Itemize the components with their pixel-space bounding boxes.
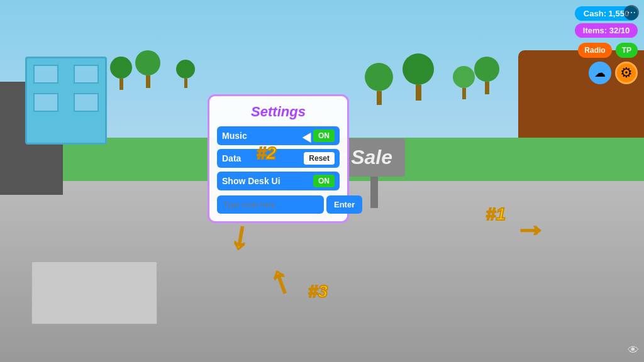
tp-button[interactable]: TP [616, 43, 638, 58]
step-2-label: #2 [257, 143, 276, 163]
radio-button[interactable]: Radio [578, 43, 611, 58]
arrow-right-gear: → [515, 211, 547, 247]
eye-icon: 👁 [628, 344, 639, 357]
desk-ui-toggle[interactable]: ON [313, 175, 335, 187]
code-input[interactable] [217, 195, 324, 214]
settings-row-data: Data Reset [217, 149, 340, 168]
tree-7 [474, 57, 499, 94]
enter-button[interactable]: Enter [326, 195, 362, 214]
tree-1 [110, 57, 132, 90]
tree-4 [365, 63, 393, 105]
code-row: Enter [217, 195, 340, 214]
data-reset-button[interactable]: Reset [304, 152, 335, 165]
settings-row-deskui: Show Desk Ui ON [217, 172, 340, 190]
settings-title: Settings [217, 104, 340, 120]
data-label: Data [222, 153, 241, 163]
hud-buttons: Radio TP [578, 43, 638, 58]
more-options-button[interactable]: ⋯ [624, 5, 639, 20]
tree-6 [453, 66, 475, 99]
step-3-label: #3 [308, 282, 328, 302]
cloud-button[interactable]: ☁ [589, 62, 611, 84]
gear-icon: ⚙ [620, 65, 633, 81]
tree-2 [135, 50, 160, 88]
tree-3 [176, 60, 195, 88]
blue-building [25, 57, 107, 145]
settings-panel: Settings Music ON Data Reset Show Desk U… [208, 94, 349, 223]
hud-bottom-row: ☁ ⚙ [589, 62, 638, 84]
items-badge: Items: 32/10 [575, 23, 638, 38]
sidewalk [31, 261, 157, 324]
music-toggle[interactable]: ON [313, 129, 335, 142]
cloud-icon: ☁ [594, 66, 606, 80]
settings-row-music: Music ON [217, 126, 340, 145]
gear-button[interactable]: ⚙ [615, 62, 638, 84]
step-1-label: #1 [486, 204, 506, 224]
desk-ui-label: Show Desk Ui [222, 176, 280, 186]
music-label: Music [222, 131, 247, 141]
tree-5 [402, 53, 434, 101]
more-options-icon: ⋯ [627, 8, 636, 18]
